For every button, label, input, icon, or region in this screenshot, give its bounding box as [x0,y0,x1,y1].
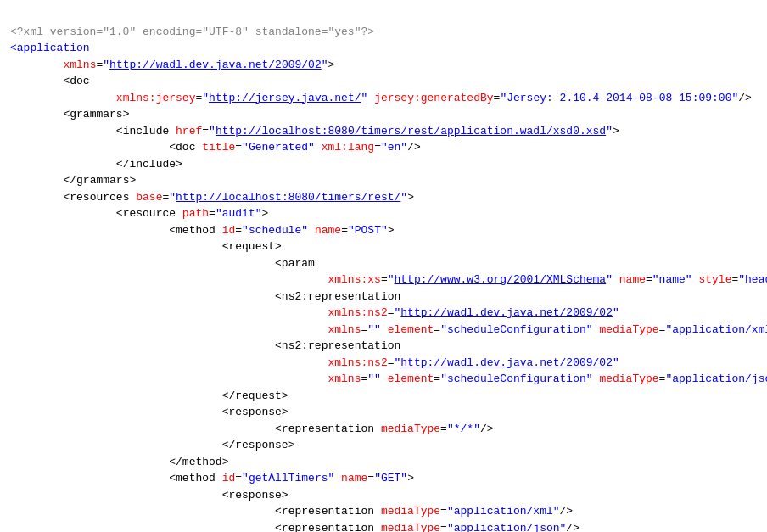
param-attrs: xmlns:xs="http://www.w3.org/2001/XMLSche… [169,273,767,286]
doc-tag: <doc [36,75,89,87]
request-open: <request> [116,240,282,253]
param-tag: <param [143,257,315,270]
rep-xml-1: <representation mediaType="application/x… [143,505,573,518]
ns2-rep-2: <ns2:representation [143,339,400,352]
method-schedule-close: </method> [90,456,229,468]
ns2-rep-2-ns: xmlns:ns2="http://wadl.dev.java.net/2009… [169,356,619,369]
application-tag: <application [10,42,90,54]
ns2-rep-2-attrs: xmlns="" element="scheduleConfiguration"… [169,372,767,385]
xmlns-attr: xmlns="http://wadl.dev.java.net/2009/02"… [36,59,334,71]
resource-audit: <resource path="audit"> [63,207,268,220]
request-close: </request> [116,389,288,402]
resources-tag: <resources base="http://localhost:8080/t… [36,191,414,204]
rep-star: <representation mediaType="*/*"/> [143,423,494,435]
xml-viewer: <?xml version="1.0" encoding="UTF-8" sta… [10,7,757,532]
method-schedule: <method id="schedule" name="POST"> [90,224,395,237]
xml-pi: <?xml version="1.0" encoding="UTF-8" sta… [10,25,374,38]
response-open-2: <response> [116,489,288,501]
response-open-1: <response> [116,406,288,418]
include-close: </include> [63,158,182,171]
rep-json-1: <representation mediaType="application/j… [143,522,579,533]
method-get-all: <method id="getAllTimers" name="GET"> [90,472,414,484]
jersey-attr: xmlns:jersey="http://jersey.java.net/" j… [63,92,751,104]
ns2-rep-1-attrs: xmlns="" element="scheduleConfiguration"… [169,323,767,336]
grammars-close: </grammars> [36,174,136,187]
grammars-open: <grammars> [36,108,129,120]
doc-generated: <doc title="Generated" xml:lang="en"/> [90,141,421,154]
ns2-rep-1: <ns2:representation [143,290,400,303]
include-tag: <include href="http://localhost:8080/tim… [63,125,619,137]
ns2-rep-1-ns: xmlns:ns2="http://wadl.dev.java.net/2009… [169,306,619,319]
response-close-1: </response> [116,439,295,451]
